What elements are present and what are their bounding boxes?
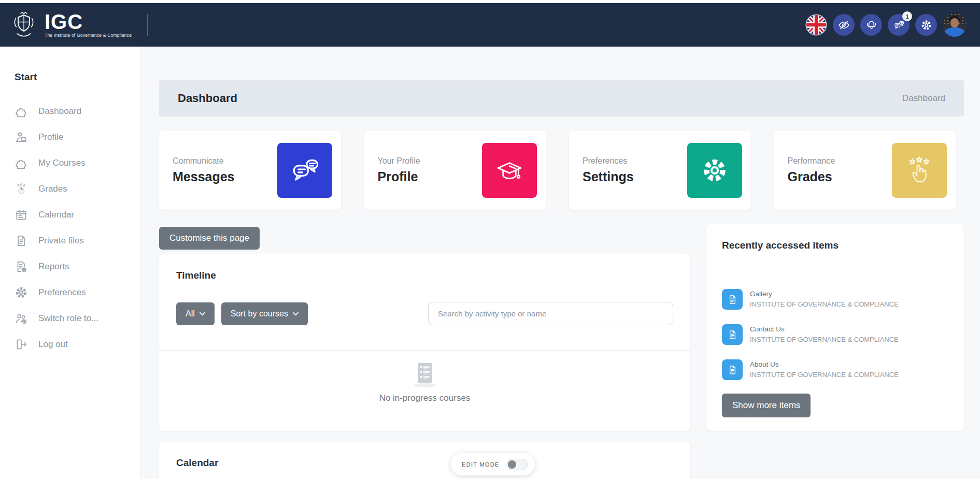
show-more-items-button[interactable]: Show more items — [722, 394, 811, 417]
chat-bubbles-icon — [893, 19, 905, 31]
card-title: Settings — [583, 169, 634, 184]
user-avatar[interactable] — [943, 13, 967, 37]
sidebar-item-private-files[interactable]: Private files — [15, 228, 135, 254]
edit-mode-pill: EDIT MODE — [451, 453, 535, 475]
divider — [706, 269, 964, 269]
timeline-sort-button[interactable]: Sort by courses — [221, 302, 308, 325]
sidebar-item-label: Profile — [38, 132, 63, 142]
recent-item-subtitle: INSTITUTE OF GOVERNANCE & COMPLIANCE — [750, 300, 899, 308]
timeline-empty-state: No in-progress courses — [176, 361, 673, 403]
card-title: Messages — [173, 169, 235, 184]
messages-badge: 1 — [902, 11, 912, 21]
sidebar-item-reports[interactable]: Reports — [15, 254, 135, 280]
language-button[interactable] — [805, 14, 827, 36]
recent-item-contact-us[interactable]: Contact Us INSTITUTE OF GOVERNANCE & COM… — [722, 324, 948, 345]
page-header-bar: Dashboard Dashboard — [159, 80, 964, 117]
person-desk-icon — [15, 130, 28, 144]
bell-icon — [865, 19, 877, 31]
card-subtitle: Communicate — [173, 156, 235, 166]
stars-hand-icon — [892, 143, 947, 198]
gear-icon — [15, 286, 28, 299]
sidebar-item-label: Reports — [38, 262, 69, 272]
people-plus-icon — [15, 312, 28, 325]
chevron-down-icon — [293, 312, 299, 316]
document-icon — [15, 234, 28, 248]
sidebar-item-switch-role[interactable]: Switch role to... — [15, 306, 135, 331]
card-subtitle: Performance — [788, 156, 835, 166]
card-title: Profile — [378, 169, 420, 184]
sidebar-item-calendar[interactable]: Calendar — [15, 202, 135, 228]
sidebar: Start Dashboard Profile My Courses Grade… — [0, 47, 140, 479]
empty-state-text: No in-progress courses — [176, 393, 673, 403]
recent-item-subtitle: INSTITUTE OF GOVERNANCE & COMPLIANCE — [750, 336, 899, 343]
recently-accessed-heading: Recently accessed items — [722, 240, 948, 251]
sidebar-item-grades[interactable]: Grades — [15, 176, 135, 202]
sort-label: Sort by courses — [231, 309, 288, 318]
sidebar-heading: Start — [15, 71, 135, 83]
toggle-knob — [508, 460, 516, 469]
edit-mode-toggle[interactable] — [506, 459, 528, 470]
messages-button[interactable]: 1 — [888, 14, 910, 36]
chat-bubbles-icon — [277, 143, 332, 198]
eye-off-icon — [838, 19, 850, 31]
brand-tagline: The Institute of Governance & Compliance — [45, 33, 132, 38]
document-icon — [722, 359, 743, 380]
shortcut-cards: Communicate Messages Your Profile Profil… — [159, 131, 956, 210]
settings-button[interactable] — [915, 14, 937, 36]
timeline-block: Timeline All Sort by courses No in-progr… — [159, 254, 690, 431]
card-subtitle: Your Profile — [378, 156, 420, 166]
puzzle-icon — [15, 156, 28, 170]
sidebar-item-label: Private files — [38, 236, 84, 246]
calendar-icon — [15, 208, 28, 222]
sidebar-item-preferences[interactable]: Preferences — [15, 280, 135, 306]
page-title: Dashboard — [178, 92, 237, 105]
recent-item-title: About Us — [750, 360, 899, 368]
breadcrumb[interactable]: Dashboard — [902, 93, 945, 104]
navbar-actions: 1 — [805, 13, 967, 37]
brand-name: IGC — [45, 12, 132, 32]
accessibility-button[interactable] — [833, 14, 855, 36]
recent-item-title: Contact Us — [750, 325, 899, 333]
card-messages[interactable]: Communicate Messages — [159, 131, 341, 210]
calendar-block: Calendar — [159, 442, 690, 479]
calendar-heading: Calendar — [176, 457, 673, 469]
chevron-down-icon — [200, 312, 205, 316]
edit-mode-label: EDIT MODE — [462, 461, 500, 468]
card-settings[interactable]: Preferences Settings — [569, 131, 751, 210]
document-icon — [722, 324, 743, 345]
filter-label: All — [186, 309, 195, 318]
sidebar-item-label: Calendar — [38, 210, 74, 220]
navbar: IGC The Institute of Governance & Compli… — [0, 3, 980, 47]
recent-item-title: Gallery — [750, 290, 899, 298]
card-title: Grades — [788, 169, 835, 184]
recent-item-gallery[interactable]: Gallery INSTITUTE OF GOVERNANCE & COMPLI… — [722, 289, 948, 310]
graduation-cap-icon — [482, 143, 537, 198]
sidebar-item-label: My Courses — [38, 158, 86, 168]
timeline-heading: Timeline — [176, 270, 673, 281]
brand-logo[interactable]: IGC The Institute of Governance & Compli… — [9, 10, 132, 39]
notifications-button[interactable] — [860, 14, 882, 36]
stars-hand-icon — [15, 182, 28, 196]
card-profile[interactable]: Your Profile Profile — [364, 131, 546, 210]
igc-crest-icon — [9, 10, 38, 39]
customise-page-button[interactable]: Customise this page — [159, 227, 260, 250]
timeline-search-input[interactable] — [428, 302, 673, 325]
card-subtitle: Preferences — [583, 156, 634, 166]
navbar-divider — [147, 14, 148, 36]
timeline-filter-button[interactable]: All — [176, 302, 215, 325]
sidebar-item-label: Switch role to... — [38, 313, 98, 324]
card-grades[interactable]: Performance Grades — [774, 131, 956, 210]
sidebar-item-my-courses[interactable]: My Courses — [15, 150, 135, 176]
divider — [159, 350, 690, 351]
gear-icon — [687, 143, 742, 198]
list-page-icon — [410, 361, 439, 388]
sidebar-item-label: Log out — [38, 339, 68, 350]
sidebar-item-profile[interactable]: Profile — [15, 124, 135, 150]
gear-icon — [920, 19, 932, 31]
recent-item-about-us[interactable]: About Us INSTITUTE OF GOVERNANCE & COMPL… — [722, 359, 948, 380]
recent-item-subtitle: INSTITUTE OF GOVERNANCE & COMPLIANCE — [750, 371, 899, 379]
sidebar-item-log-out[interactable]: Log out — [15, 331, 135, 357]
sidebar-item-dashboard[interactable]: Dashboard — [15, 98, 135, 124]
report-gear-icon — [15, 260, 28, 273]
logout-icon — [15, 338, 28, 351]
